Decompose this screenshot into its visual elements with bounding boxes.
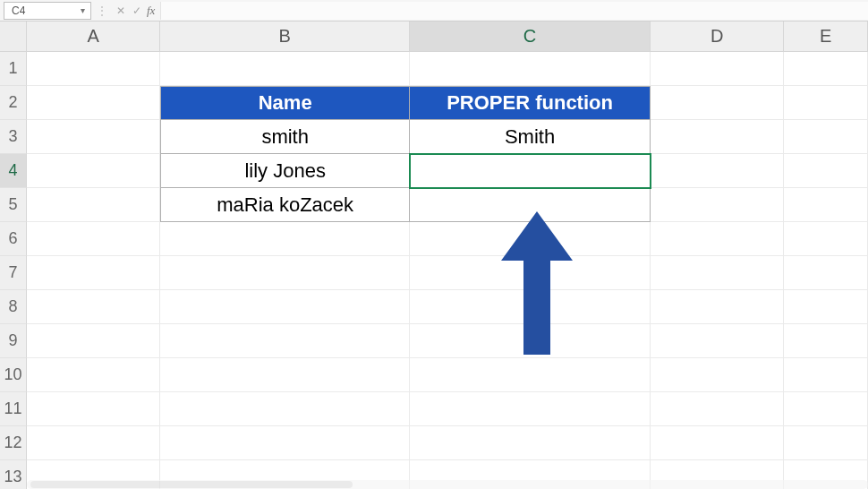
cell[interactable]: [651, 154, 784, 188]
cell[interactable]: [784, 154, 868, 188]
row-header-1[interactable]: 1: [0, 52, 27, 86]
row-header-3[interactable]: 3: [0, 120, 27, 154]
grid-row: 11: [0, 392, 868, 426]
chevron-down-icon: ▾: [81, 5, 85, 15]
cell[interactable]: [27, 86, 160, 120]
horizontal-scrollbar[interactable]: [27, 480, 868, 489]
cell[interactable]: [651, 52, 784, 86]
cell[interactable]: [27, 188, 160, 222]
row-header-7[interactable]: 7: [0, 256, 27, 290]
cell[interactable]: [410, 426, 651, 460]
cell[interactable]: [784, 392, 868, 426]
fx-icon[interactable]: fx: [147, 4, 155, 18]
cell[interactable]: [651, 86, 784, 120]
grid-row: 5 maRia koZacek: [0, 188, 868, 222]
cell[interactable]: [27, 120, 160, 154]
cell[interactable]: [784, 290, 868, 324]
cell[interactable]: [410, 52, 651, 86]
accept-icon[interactable]: ✓: [132, 4, 141, 17]
cell[interactable]: [27, 358, 160, 392]
cell[interactable]: [27, 222, 160, 256]
grid-row: 7: [0, 256, 868, 290]
column-header-row: A B C D E: [0, 21, 868, 52]
selected-cell[interactable]: [410, 154, 651, 188]
cell[interactable]: [784, 324, 868, 358]
spreadsheet-grid[interactable]: A B C D E 1 2 Name PROPER function 3 smi…: [0, 21, 868, 489]
cell[interactable]: [160, 358, 410, 392]
cell[interactable]: [784, 120, 868, 154]
cell[interactable]: [651, 120, 784, 154]
cell[interactable]: [410, 392, 651, 426]
cell[interactable]: [784, 256, 868, 290]
cell[interactable]: [410, 358, 651, 392]
cell[interactable]: [784, 52, 868, 86]
cell[interactable]: [651, 290, 784, 324]
grid-row: 8: [0, 290, 868, 324]
grid-row: 12: [0, 426, 868, 460]
table-row[interactable]: smith: [160, 120, 410, 154]
col-header-E[interactable]: E: [784, 21, 868, 51]
cell[interactable]: [651, 188, 784, 222]
cell[interactable]: [410, 290, 651, 324]
cell[interactable]: [160, 52, 410, 86]
grid-row: 10: [0, 358, 868, 392]
col-header-B[interactable]: B: [160, 21, 410, 51]
row-header-11[interactable]: 11: [0, 392, 27, 426]
table-header-proper[interactable]: PROPER function: [410, 86, 651, 120]
table-row[interactable]: Smith: [410, 120, 651, 154]
cell[interactable]: [784, 426, 868, 460]
scrollbar-thumb[interactable]: [30, 481, 353, 488]
cell[interactable]: [27, 426, 160, 460]
cell[interactable]: [27, 256, 160, 290]
col-header-C[interactable]: C: [410, 21, 651, 51]
cell[interactable]: [27, 290, 160, 324]
table-header-name[interactable]: Name: [160, 86, 410, 120]
cell[interactable]: [160, 392, 410, 426]
table-row[interactable]: maRia koZacek: [160, 188, 410, 222]
table-row[interactable]: [410, 188, 651, 222]
cell[interactable]: [784, 86, 868, 120]
cell[interactable]: [27, 392, 160, 426]
grid-row: 1: [0, 52, 868, 86]
cell[interactable]: [27, 52, 160, 86]
row-header-10[interactable]: 10: [0, 358, 27, 392]
grid-row: 9: [0, 324, 868, 358]
cancel-icon[interactable]: ✕: [116, 4, 125, 17]
row-header-12[interactable]: 12: [0, 426, 27, 460]
cell[interactable]: [410, 324, 651, 358]
row-header-13[interactable]: 13: [0, 460, 27, 489]
cell[interactable]: [651, 222, 784, 256]
cell[interactable]: [160, 324, 410, 358]
select-all-corner[interactable]: [0, 21, 27, 51]
cell[interactable]: [160, 256, 410, 290]
cell[interactable]: [27, 154, 160, 188]
name-box[interactable]: C4 ▾: [4, 2, 91, 20]
formula-input[interactable]: [160, 2, 868, 20]
col-header-D[interactable]: D: [651, 21, 784, 51]
row-header-5[interactable]: 5: [0, 188, 27, 222]
grid-row: 3 smith Smith: [0, 120, 868, 154]
row-header-4[interactable]: 4: [0, 154, 27, 188]
cell[interactable]: [784, 188, 868, 222]
cell[interactable]: [160, 290, 410, 324]
cell[interactable]: [651, 426, 784, 460]
cell[interactable]: [410, 222, 651, 256]
cell[interactable]: [784, 222, 868, 256]
row-header-2[interactable]: 2: [0, 86, 27, 120]
cell[interactable]: [651, 392, 784, 426]
cell[interactable]: [651, 324, 784, 358]
cell[interactable]: [160, 426, 410, 460]
cell[interactable]: [410, 256, 651, 290]
cell[interactable]: [651, 256, 784, 290]
col-header-A[interactable]: A: [27, 21, 160, 51]
grid-row: 2 Name PROPER function: [0, 86, 868, 120]
row-header-9[interactable]: 9: [0, 324, 27, 358]
row-header-6[interactable]: 6: [0, 222, 27, 256]
cell[interactable]: [784, 358, 868, 392]
cell[interactable]: [27, 324, 160, 358]
row-header-8[interactable]: 8: [0, 290, 27, 324]
cell[interactable]: [651, 358, 784, 392]
grid-row: 4 lily Jones: [0, 154, 868, 188]
table-row[interactable]: lily Jones: [160, 154, 410, 188]
cell[interactable]: [160, 222, 410, 256]
